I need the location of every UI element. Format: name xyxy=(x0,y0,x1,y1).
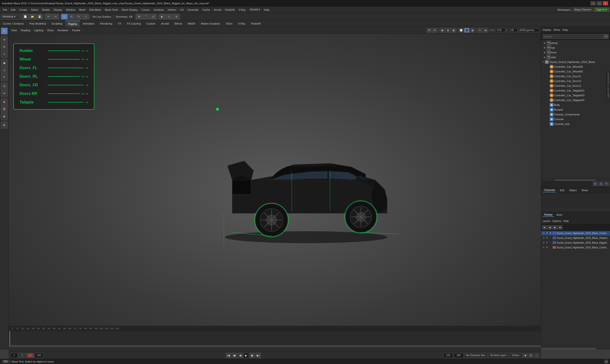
gamma-value[interactable]: 1.00 xyxy=(508,28,518,32)
vp-icon-texture[interactable]: ▩ xyxy=(470,28,475,33)
vp-renderer-menu[interactable]: Renderer xyxy=(56,28,70,32)
tree-expand[interactable]: ▶ xyxy=(544,56,547,58)
menu-uv[interactable]: UV xyxy=(178,8,186,12)
tab-anim[interactable]: Anim xyxy=(555,213,564,217)
tree-item-persp[interactable]: ▶ 📷 persp xyxy=(541,40,610,45)
pb-play-forward[interactable]: ▶ xyxy=(244,353,249,358)
layers-btn[interactable]: Layers xyxy=(543,220,550,222)
tab-sculpting[interactable]: Sculpting xyxy=(49,21,65,27)
tree-item-console[interactable]: ▣ Console xyxy=(541,117,610,122)
tab-arnold[interactable]: Arnold xyxy=(158,21,172,27)
tree-item-tailgate05[interactable]: ✦ Controller_Car_Tailgate05 xyxy=(541,98,610,103)
menu-help[interactable]: Help xyxy=(262,8,271,12)
outliner-search-input[interactable] xyxy=(543,34,604,39)
tab-edit[interactable]: Edit xyxy=(558,188,566,192)
shelf-render[interactable]: ▶ xyxy=(159,14,165,20)
vp-icon-layout-2[interactable]: ▤ xyxy=(445,28,451,33)
rig-rudder-arrow[interactable]: ⇐ ⇒ xyxy=(81,49,88,53)
vp-icon-wireframe[interactable]: ⬜ xyxy=(458,28,464,33)
shelf-rotate-tool[interactable]: ↻ xyxy=(75,14,82,20)
rig-doors-rr-arrow[interactable]: ⇐ ⇒ xyxy=(81,92,88,96)
tree-item-wheel05[interactable]: ✦ Controller_Car_Wheel05 xyxy=(541,69,610,74)
tree-item-toyota[interactable]: ▼ ⊞ Toyota_Grand_Highlander_2024_Black xyxy=(541,60,610,64)
menu-display[interactable]: Display xyxy=(52,8,64,12)
tab-redshift[interactable]: Redshift xyxy=(248,21,263,27)
end-frame-input[interactable] xyxy=(35,353,43,358)
menu-edit-mesh[interactable]: Edit Mesh xyxy=(88,8,103,12)
scene-area[interactable]: Rudder ⇐ ⇒ Wheel ⇐ ⇒ Doors_FL ⇒ Doors_RL… xyxy=(9,34,541,350)
vp-icon-layout-single[interactable]: ▣ xyxy=(440,28,445,33)
menu-curves[interactable]: Curves xyxy=(140,8,152,12)
tool-joint[interactable]: ⊕ xyxy=(1,99,8,105)
shelf-undo[interactable]: ↩ xyxy=(45,14,52,20)
vp-shading-menu[interactable]: Shading xyxy=(20,28,31,32)
tree-item-tailgate01[interactable]: ✦ Controller_Car_Tailgate01 xyxy=(541,88,610,93)
tree-item-front[interactable]: ▶ 📷 front xyxy=(541,50,610,55)
shelf-scale-tool[interactable]: ⤡ xyxy=(82,14,89,20)
tree-item-tailgate03[interactable]: ✦ Controller_Car_Tailgate03 xyxy=(541,93,610,98)
layer-p[interactable]: P xyxy=(545,232,549,234)
tool-paint[interactable]: ✏ xyxy=(1,74,8,80)
shelf-pause[interactable]: ⏸ xyxy=(173,14,180,20)
start-frame-input[interactable] xyxy=(11,353,18,358)
tool-display-settings[interactable]: ⚙ xyxy=(1,122,8,129)
workspace-selector[interactable]: Maya Classic▾ xyxy=(572,8,593,12)
tree-item-top[interactable]: ▶ 📷 top xyxy=(541,45,610,50)
pb-step-back[interactable]: ◀| xyxy=(232,353,237,358)
close-button[interactable]: ✕ xyxy=(603,1,608,5)
layer-r[interactable]: R xyxy=(549,232,552,234)
tree-expand[interactable]: ▶ xyxy=(544,42,547,44)
rig-wheel-arrow[interactable]: ⇐ ⇒ xyxy=(81,57,88,61)
vp-panels-menu[interactable]: Panels xyxy=(71,28,81,32)
sign-in-button[interactable]: Sign In ▾ xyxy=(595,8,609,12)
layer-v[interactable]: V xyxy=(542,232,545,234)
playback-end-input[interactable] xyxy=(443,353,453,358)
no-anim-layer[interactable]: No Anim Layer ▾ xyxy=(489,353,509,358)
shelf-move-tool[interactable]: ✛ xyxy=(68,14,75,20)
channels-icon-1[interactable]: ⊕ xyxy=(593,182,597,186)
layer-p[interactable]: P xyxy=(545,241,549,244)
tab-rigging[interactable]: Rigging xyxy=(65,21,80,27)
tab-xgen[interactable]: XGen xyxy=(223,21,235,27)
tool-move[interactable]: ✛ xyxy=(1,37,8,43)
tree-expand[interactable]: ▶ xyxy=(544,47,547,49)
menu-mesh[interactable]: Mesh xyxy=(77,8,88,12)
exposure-value[interactable]: 0.00 xyxy=(496,28,505,32)
layer-p[interactable]: P xyxy=(545,246,549,249)
menu-create[interactable]: Create xyxy=(17,8,29,12)
menu-window[interactable]: Window xyxy=(64,8,77,12)
tree-item-side[interactable]: ▶ 📷 side xyxy=(541,55,610,60)
outliner-display-btn[interactable]: Display xyxy=(543,28,551,31)
layer-row-controllers[interactable]: V P Toyota_Grand_Highlander_2024_Black_C… xyxy=(541,245,610,250)
vp-view-menu[interactable]: View xyxy=(10,28,18,32)
timeline-scrollbar[interactable] xyxy=(9,345,541,347)
tree-expand[interactable]: ▼ xyxy=(542,61,545,63)
vp-show-menu[interactable]: Show xyxy=(46,28,55,32)
layer-v[interactable]: V xyxy=(542,237,545,239)
tool-skin[interactable]: ◈ xyxy=(1,113,8,120)
layer-row-controllers-freeze[interactable]: V P R Toyota_Grand_Highlander_2024_Black… xyxy=(541,231,610,236)
color-profile[interactable]: sRGB gamma xyxy=(518,28,539,32)
tool-snap[interactable]: ⊙ xyxy=(1,83,8,89)
rig-doors-fr-arrow[interactable]: ⇒ xyxy=(85,83,88,87)
tab-custom[interactable]: Custom xyxy=(143,21,158,27)
tool-scale[interactable]: ⤡ xyxy=(1,51,8,57)
tab-poly-modeling[interactable]: Poly Modeling xyxy=(26,21,49,27)
tree-item-door11[interactable]: ✦ Controller_Car_Door11 xyxy=(541,74,610,79)
pb-skip-to-end[interactable]: ▶| xyxy=(256,353,261,358)
outliner-search-dropdown[interactable]: ▾ xyxy=(604,34,609,39)
channels-icon-3[interactable]: ✏ xyxy=(604,182,609,186)
vp-icon-camera[interactable]: 📷 xyxy=(427,28,432,33)
minimize-button[interactable]: — xyxy=(590,1,596,5)
tree-item-bumper[interactable]: ▣ Bumper xyxy=(541,107,610,112)
tool-select[interactable]: ↖ xyxy=(1,28,8,34)
menu-mesh-display[interactable]: Mesh Display xyxy=(120,8,140,12)
pb-play-back[interactable]: ◀ xyxy=(238,353,243,358)
bb-settings-btn[interactable]: ⚙ xyxy=(529,353,533,358)
pb-skip-to-start[interactable]: |◀ xyxy=(226,353,231,358)
tool-mirror[interactable]: ⇔ xyxy=(1,90,8,97)
outliner-scrollbar-h[interactable] xyxy=(541,179,610,181)
timeline-scrollbar-thumb[interactable] xyxy=(9,345,541,347)
menu-redshift[interactable]: Redshift xyxy=(223,8,236,12)
vp-icon-light[interactable]: ☀ xyxy=(477,28,482,33)
